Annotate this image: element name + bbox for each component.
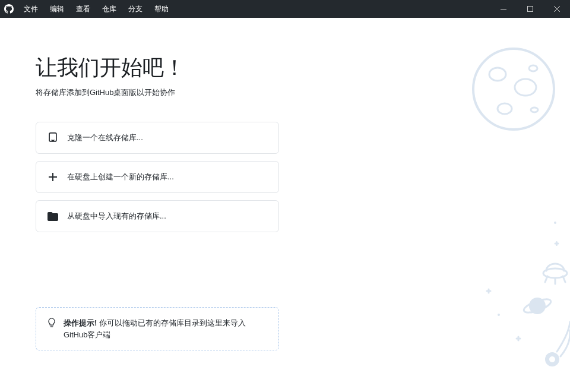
import-repo-label: 从硬盘中导入现有的存储库... xyxy=(67,211,166,222)
svg-point-11 xyxy=(529,298,546,314)
github-logo-icon xyxy=(0,0,18,18)
menu-help[interactable]: 帮助 xyxy=(148,0,175,18)
svg-rect-1 xyxy=(527,7,533,12)
moon-illustration xyxy=(469,45,558,136)
clone-repo-label: 克隆一个在线存储库... xyxy=(67,132,143,143)
lightbulb-icon xyxy=(47,318,56,330)
tip-text: 操作提示! 你可以拖动已有的存储库目录到这里来导入GitHub客户端 xyxy=(64,317,268,340)
svg-rect-0 xyxy=(501,9,506,10)
tip-strong: 操作提示! xyxy=(64,318,97,327)
tip-box: 操作提示! 你可以拖动已有的存储库目录到这里来导入GitHub客户端 xyxy=(36,307,279,350)
folder-icon xyxy=(47,210,59,222)
svg-point-9 xyxy=(554,222,556,224)
maximize-button[interactable] xyxy=(517,0,543,18)
svg-point-5 xyxy=(498,103,512,114)
create-repo-label: 在硬盘上创建一个新的存储库... xyxy=(67,172,174,182)
window-controls xyxy=(490,0,570,18)
svg-point-13 xyxy=(545,352,559,366)
minimize-button[interactable] xyxy=(490,0,517,18)
import-repo-button[interactable]: 从硬盘中导入现有的存储库... xyxy=(36,200,279,232)
titlebar-left: 文件 编辑 查看 仓库 分支 帮助 xyxy=(0,0,175,18)
svg-point-7 xyxy=(531,108,538,112)
titlebar: 文件 编辑 查看 仓库 分支 帮助 xyxy=(0,0,570,18)
clone-icon xyxy=(47,132,59,144)
svg-point-4 xyxy=(515,79,536,96)
menu-repository[interactable]: 仓库 xyxy=(96,0,122,18)
svg-point-10 xyxy=(543,268,567,278)
option-list: 克隆一个在线存储库... 在硬盘上创建一个新的存储库... 从硬盘中导入现有的存… xyxy=(36,122,279,232)
svg-point-8 xyxy=(498,314,500,316)
menu-file[interactable]: 文件 xyxy=(18,0,44,18)
menu-branch[interactable]: 分支 xyxy=(122,0,148,18)
svg-point-12 xyxy=(522,296,553,315)
decoration-illustrations xyxy=(463,214,570,392)
menu-edit[interactable]: 编辑 xyxy=(44,0,70,18)
svg-point-6 xyxy=(529,65,537,71)
menu-view[interactable]: 查看 xyxy=(70,0,96,18)
svg-point-3 xyxy=(489,68,506,81)
clone-repo-button[interactable]: 克隆一个在线存储库... xyxy=(36,122,279,154)
plus-icon xyxy=(47,171,59,183)
svg-point-2 xyxy=(473,49,554,129)
main-content: 让我们开始吧！ 将存储库添加到GitHub桌面版以开始协作 克隆一个在线存储库.… xyxy=(0,18,570,392)
close-button[interactable] xyxy=(543,0,570,18)
create-repo-button[interactable]: 在硬盘上创建一个新的存储库... xyxy=(36,161,279,193)
svg-point-14 xyxy=(549,356,555,362)
